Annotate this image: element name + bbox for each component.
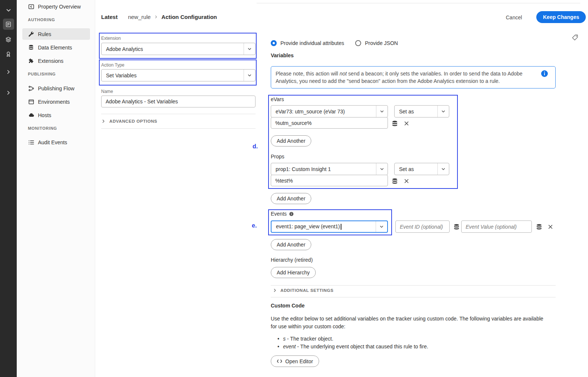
notes-tag-icon[interactable] — [571, 34, 579, 41]
breadcrumb-rule-name[interactable]: new_rule — [128, 14, 151, 20]
sidebar-item-property-overview[interactable]: Property Overview — [17, 1, 95, 12]
layers-icon[interactable] — [3, 34, 14, 45]
data-element-icon[interactable] — [391, 177, 398, 185]
data-element-icon[interactable] — [453, 223, 460, 231]
sidebar-item-label: Extensions — [38, 58, 63, 64]
sidebar-item-audit-events[interactable]: Audit Events — [17, 136, 95, 148]
hierarchy-heading: Hierarchy (retired) — [271, 257, 313, 263]
advanced-options-label: ADVANCED OPTIONS — [109, 119, 157, 123]
sidebar-item-publishing-flow[interactable]: Publishing Flow — [17, 83, 95, 94]
custom-code-bullet: • s - The tracker object. — [277, 336, 333, 342]
sidebar-item-data-elements[interactable]: Data Elements — [17, 42, 95, 53]
chevron-down-icon[interactable] — [3, 5, 14, 16]
events-heading: Events — [271, 211, 287, 217]
chevron-down-icon — [437, 163, 449, 175]
bullet-text: event - The underlying event object that… — [283, 344, 428, 349]
chevron-down-icon — [244, 70, 255, 81]
left-sidebar: Property Overview AUTHORING Rules Data E… — [17, 0, 95, 377]
breadcrumb: Latest new_rule Action Configuration — [101, 14, 217, 20]
data-element-icon[interactable] — [535, 223, 543, 231]
list-icon — [28, 139, 34, 145]
notice-text: Please note, this action will — [276, 71, 340, 77]
add-hierarchy-button[interactable]: Add Hierarchy — [271, 267, 316, 278]
top-divider — [257, 3, 580, 3]
event-variable-value: event1: page_view (event1) — [271, 223, 376, 230]
radio-provide-individual[interactable]: Provide individual attributes — [271, 40, 344, 46]
data-element-icon[interactable] — [391, 120, 398, 127]
sidebar-item-label: Property Overview — [38, 4, 81, 10]
chevron-right-icon[interactable] — [3, 87, 14, 98]
add-another-prop-button[interactable]: Add Another — [271, 193, 311, 204]
keep-changes-button[interactable]: Keep Changes — [536, 11, 586, 23]
attribute-mode-radios: Provide individual attributes Provide JS… — [271, 40, 398, 46]
sidebar-item-label: Publishing Flow — [38, 86, 74, 91]
add-another-evar-button[interactable]: Add Another — [271, 135, 311, 146]
sidebar-item-extensions[interactable]: Extensions — [17, 55, 95, 67]
event-id-input[interactable] — [395, 220, 450, 233]
sidebar-item-environments[interactable]: Environments — [17, 96, 95, 107]
beacon-notice: Please note, this action will not send a… — [271, 66, 556, 88]
prop-variable-value: prop1: Custom Insight 1 — [271, 166, 376, 172]
open-editor-button[interactable]: Open Editor — [271, 355, 319, 367]
prop-value-input[interactable] — [271, 175, 388, 186]
remove-row-icon[interactable] — [547, 223, 554, 231]
bullet-term: event — [283, 344, 296, 349]
bullet-icon: • — [277, 344, 279, 349]
action-type-select[interactable]: Set Variables — [101, 69, 256, 81]
custom-code-bullet: • event - The underlying event object th… — [277, 344, 428, 349]
custom-code-description: Use the editor below to set additional v… — [271, 315, 550, 331]
add-another-event-button[interactable]: Add Another — [271, 239, 311, 250]
sidebar-item-rules[interactable]: Rules — [22, 28, 90, 40]
chevron-down-icon — [376, 106, 388, 117]
additional-settings-accordion[interactable]: ADDITIONAL SETTINGS — [273, 288, 334, 293]
event-variable-select[interactable]: event1: page_view (event1) — [271, 220, 388, 233]
sidebar-item-hosts[interactable]: Hosts — [17, 109, 95, 121]
variables-heading: Variables — [271, 52, 294, 58]
notice-emphasis: not — [340, 71, 347, 77]
text-cursor — [341, 224, 341, 230]
chevron-right-icon — [154, 15, 158, 19]
code-icon — [277, 359, 282, 364]
evars-heading: eVars — [271, 96, 284, 102]
breadcrumb-version[interactable]: Latest — [101, 14, 118, 20]
cancel-button[interactable]: Cancel — [506, 14, 522, 20]
sidebar-section-monitoring: MONITORING — [28, 126, 57, 130]
name-input[interactable] — [101, 96, 256, 107]
cloud-icon — [28, 112, 34, 118]
chevron-down-icon — [437, 106, 449, 117]
advanced-options-accordion[interactable]: ADVANCED OPTIONS — [101, 114, 256, 129]
remove-row-icon[interactable] — [403, 177, 410, 185]
event-value-input[interactable] — [461, 220, 532, 233]
remove-row-icon[interactable] — [403, 120, 410, 127]
info-icon-small[interactable] — [289, 212, 293, 216]
database-icon — [28, 44, 34, 51]
prop-variable-select[interactable]: prop1: Custom Insight 1 — [271, 163, 388, 175]
sidebar-section-publishing: PUBLISHING — [28, 72, 56, 76]
badge-icon[interactable] — [3, 48, 14, 59]
prop-mode-select[interactable]: Set as — [394, 163, 449, 175]
evar-value-input[interactable] — [271, 117, 388, 129]
custom-code-heading: Custom Code — [271, 303, 305, 309]
name-field-label: Name — [101, 89, 113, 94]
sidebar-section-authoring: AUTHORING — [28, 17, 55, 22]
sidebar-item-label: Rules — [38, 31, 51, 37]
bullet-rest: - The underlying event object that cause… — [296, 344, 428, 349]
bullet-term: s — [283, 336, 286, 342]
tags-product-icon[interactable] — [3, 19, 14, 30]
evar-variable-select[interactable]: eVar73: utm_source (eVar 73) — [271, 105, 388, 117]
info-icon[interactable] — [541, 70, 548, 77]
sidebar-item-label: Environments — [38, 99, 70, 105]
app-rail — [0, 0, 17, 377]
sidebar-item-label: Hosts — [38, 112, 51, 118]
radio-provide-json[interactable]: Provide JSON — [355, 40, 398, 46]
action-type-field-label: Action Type — [101, 62, 124, 68]
radio-label: Provide individual attributes — [280, 40, 344, 46]
additional-settings-label: ADDITIONAL SETTINGS — [280, 288, 334, 293]
browser-window-icon — [28, 99, 34, 105]
chevron-right-icon[interactable] — [3, 66, 14, 77]
property-overview-icon — [28, 3, 34, 10]
extension-select[interactable]: Adobe Analytics — [101, 43, 256, 55]
action-type-select-value: Set Variables — [102, 72, 244, 78]
events-heading-row: Events — [271, 211, 293, 217]
evar-mode-select[interactable]: Set as — [394, 105, 449, 117]
